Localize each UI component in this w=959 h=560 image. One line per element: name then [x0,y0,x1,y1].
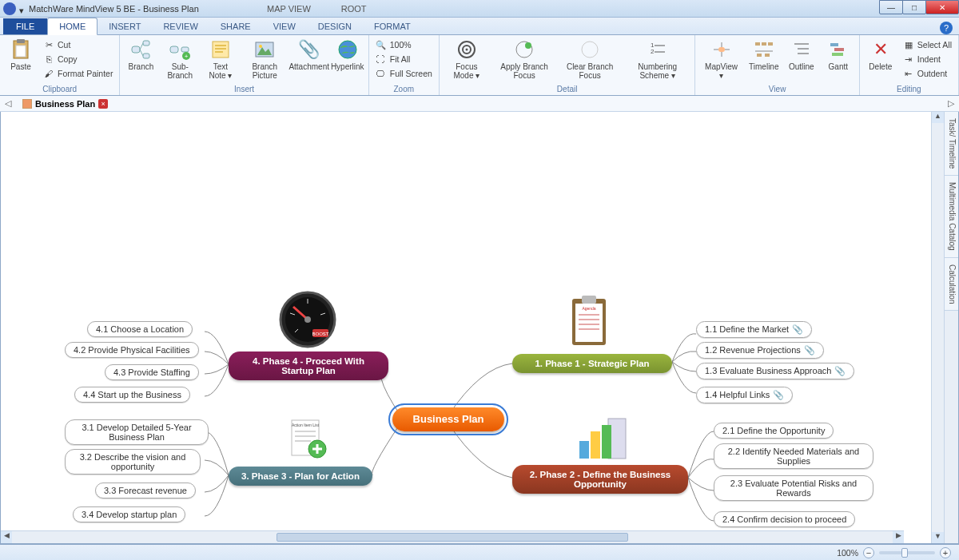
horizontal-scrollbar[interactable]: ◀ ▶ [1,530,904,543]
zoom-in-button[interactable]: + [940,547,951,558]
svg-point-22 [525,42,531,49]
tab-nav-right[interactable]: ▷ [946,98,956,109]
maximize-button[interactable]: □ [902,0,926,14]
phase2-item-4[interactable]: 2.4 Confirm decision to proceed [714,511,855,527]
scroll-left-button[interactable]: ◀ [1,531,12,543]
branch-picture-button[interactable]: Branch Picture [243,37,287,84]
phase2-node[interactable]: 2. Phase 2 - Define the Business Opportu… [512,465,688,494]
delete-button[interactable]: ✕Delete [865,37,897,84]
focus-mode-button[interactable]: Focus Mode ▾ [444,37,489,84]
phase4-item-2[interactable]: 4.2 Provide Physical Facilities [65,342,199,358]
phase4-node[interactable]: 4. Phase 4 - Proceed With Startup Plan [229,351,388,380]
attachment-button[interactable]: 📎Attachment [292,37,327,84]
zoom-slider-knob[interactable] [901,548,908,558]
phase1-item-2[interactable]: 1.2 Revenue Projections📎 [696,342,824,359]
zoom-label: 100% [837,548,858,558]
outdent-icon: ⇤ [903,68,914,79]
tab-format[interactable]: FORMAT [363,18,422,34]
document-tab-bar: ◁ Business Plan × ▷ [0,96,959,112]
scroll-thumb[interactable] [277,533,629,542]
svg-rect-42 [830,43,838,46]
side-tab-task-timeline[interactable]: Task/ Timeline [945,112,958,176]
svg-rect-37 [757,54,762,57]
select-all-button[interactable]: ▦Select All [901,38,953,51]
tab-review[interactable]: REVIEW [152,18,209,34]
group-view: MapView ▾ Timeline Outline Gantt View [695,35,859,95]
phase2-item-1[interactable]: 2.1 Define the Opportunity [714,423,834,439]
side-tab-calculation[interactable]: Calculation [945,258,958,311]
scroll-right-button[interactable]: ▶ [893,531,904,543]
paperclip-icon: 📎 [773,390,784,399]
full-screen-button[interactable]: 🖵Full Screen [374,67,434,80]
sub-branch-icon: + [169,38,191,61]
tab-home[interactable]: HOME [47,18,97,35]
tab-view[interactable]: VIEW [262,18,307,34]
document-close-button[interactable]: × [98,99,108,109]
svg-rect-2 [16,46,26,57]
zoom-icon: 🔍 [376,39,387,50]
phase3-item-1[interactable]: 3.1 Develop Detailed 5-Year Business Pla… [65,419,209,445]
phase1-item-3[interactable]: 1.3 Evaluate Business Approach📎 [696,363,854,379]
phase3-item-4[interactable]: 3.4 Develop startup plan [73,506,185,522]
cut-button[interactable]: ✂Cut [42,38,114,51]
tab-share[interactable]: SHARE [209,18,262,34]
indent-button[interactable]: ⇥Indent [901,53,953,66]
tab-design[interactable]: DESIGN [307,18,363,34]
phase4-item-1[interactable]: 4.1 Choose a Location [87,321,193,337]
apply-branch-focus-button[interactable]: Apply Branch Focus [494,37,555,84]
ribbon-tabs: FILE HOME INSERT REVIEW SHARE VIEW DESIG… [0,18,959,35]
svg-rect-43 [834,48,844,51]
fit-all-button[interactable]: ⛶Fit All [374,53,434,66]
outline-icon [790,38,813,61]
help-button[interactable]: ? [940,22,953,34]
close-button[interactable]: ✕ [925,0,959,14]
phase3-item-2[interactable]: 3.2 Describe the vision and opportunity [65,449,201,475]
file-tab[interactable]: FILE [3,18,47,34]
zoom-out-button[interactable]: − [863,547,874,558]
document-tab[interactable]: Business Plan × [18,97,113,110]
root-node[interactable]: Business Plan [392,407,504,431]
zoom-slider[interactable] [879,551,935,554]
format-painter-button[interactable]: 🖌Format Painter [42,67,114,80]
svg-rect-34 [762,42,766,46]
paste-button[interactable]: Paste [5,37,37,84]
canvas[interactable]: Business Plan 1. Phase 1 - Strategic Pla… [1,112,931,543]
outline-button[interactable]: Outline [786,37,818,84]
qat-dropdown[interactable]: ▾ [19,6,26,12]
phase1-node[interactable]: 1. Phase 1 - Strategic Plan [512,354,672,373]
copy-button[interactable]: ⎘Copy [42,53,114,66]
svg-rect-56 [602,425,611,459]
numbering-scheme-button[interactable]: 12Numbering Scheme ▾ [625,37,690,84]
scroll-down-button[interactable]: ▼ [932,532,944,543]
hyperlink-button[interactable]: Hyperlink [332,37,364,84]
sub-branch-button[interactable]: +Sub-Branch [161,37,198,84]
side-tab-multimedia[interactable]: Multimedia Catalog [945,176,958,258]
phase1-item-1[interactable]: 1.1 Define the Market📎 [696,321,812,338]
contextual-tab-mapview[interactable]: MAP VIEW [264,2,314,15]
phase4-item-3[interactable]: 4.3 Provide Staffing [105,364,199,380]
outdent-button[interactable]: ⇤Outdent [901,67,953,80]
tab-nav-left[interactable]: ◁ [3,98,13,109]
timeline-button[interactable]: Timeline [747,37,781,84]
phase2-item-3[interactable]: 2.3 Evaluate Potential Risks and Rewards [714,475,873,501]
text-note-button[interactable]: Text Note ▾ [203,37,238,84]
svg-rect-38 [765,54,770,57]
vertical-scrollbar[interactable]: ▲ ▼ [931,112,944,543]
timeline-icon [753,38,775,61]
minimize-button[interactable]: — [879,0,903,14]
zoom-100-button[interactable]: 🔍100% [374,38,434,51]
gantt-button[interactable]: Gantt [822,37,854,84]
phase3-item-3[interactable]: 3.3 Forecast revenue [95,483,196,498]
phase3-node[interactable]: 3. Phase 3 - Plan for Action [229,467,372,486]
svg-text:BOOST: BOOST [312,332,328,336]
phase2-item-2[interactable]: 2.2 Identify Needed Materials and Suppli… [714,443,873,469]
tab-insert[interactable]: INSERT [97,18,152,34]
scroll-up-button[interactable]: ▲ [932,112,944,123]
phase1-item-4[interactable]: 1.4 Helpful Links📎 [696,387,793,403]
svg-rect-55 [591,431,600,459]
branch-button[interactable]: Branch [125,37,157,84]
contextual-tab-root[interactable]: ROOT [338,2,370,15]
status-bar: 100% − + [0,544,959,560]
phase4-item-4[interactable]: 4.4 Start up the Business [74,387,190,403]
mapview-button[interactable]: MapView ▾ [700,37,742,84]
